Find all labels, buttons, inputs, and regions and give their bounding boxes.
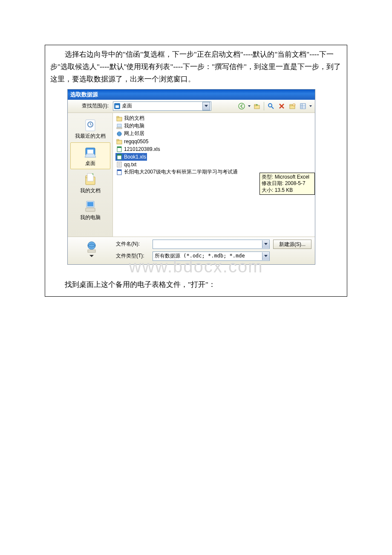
tooltip-size: 大小: 13.5 KB bbox=[262, 187, 313, 194]
paragraph-instruction: 选择右边向导中的"信函"复选框，下一步"正在启动文档"----默认的"当前文档"… bbox=[50, 49, 342, 86]
select-data-source-dialog: 选取数据源 查找范围(I): 桌面 bbox=[67, 89, 315, 265]
file-list[interactable]: 我的文档 我的电脑 网上邻居 regqq0505 bbox=[113, 113, 315, 237]
delete-button[interactable] bbox=[277, 101, 286, 111]
dropdown-arrow-icon[interactable] bbox=[262, 252, 269, 260]
file-doc-changyang[interactable]: 长阳电大2007级电大专科班第二学期学习与考试通 bbox=[115, 168, 239, 176]
place-recent[interactable]: 我最近的文档 bbox=[71, 116, 110, 142]
place-documents-label: 我的文档 bbox=[71, 187, 110, 194]
place-computer-label: 我的电脑 bbox=[71, 214, 110, 221]
svg-rect-30 bbox=[117, 127, 122, 129]
file-txt-qq[interactable]: qq.txt bbox=[115, 161, 137, 168]
svg-point-44 bbox=[88, 242, 95, 249]
svg-point-3 bbox=[268, 104, 272, 107]
svg-line-4 bbox=[271, 107, 274, 109]
svg-rect-43 bbox=[117, 170, 121, 171]
file-mycomputer[interactable]: 我的电脑 bbox=[115, 122, 145, 130]
svg-rect-8 bbox=[290, 104, 292, 106]
up-one-level-button[interactable] bbox=[252, 101, 262, 111]
filetype-combo[interactable]: 所有数据源 (*.odc; *.mdb; *.mde bbox=[153, 251, 270, 261]
dropdown-arrow-icon[interactable] bbox=[202, 102, 210, 110]
tooltip-type: 类型: Microsoft Excel bbox=[262, 174, 313, 181]
lookin-label: 查找范围(I): bbox=[70, 102, 110, 110]
file-label: 我的电脑 bbox=[124, 122, 144, 130]
views-button[interactable] bbox=[298, 101, 308, 111]
new-folder-button[interactable]: ★ bbox=[288, 101, 297, 111]
back-button[interactable] bbox=[237, 101, 246, 111]
svg-rect-35 bbox=[117, 147, 121, 148]
dialog-toolbar: 查找范围(I): 桌面 bbox=[68, 100, 315, 113]
file-folder-regqq[interactable]: regqq0505 bbox=[115, 138, 149, 145]
lookin-combo[interactable]: 桌面 bbox=[113, 101, 211, 111]
svg-rect-26 bbox=[86, 208, 95, 211]
places-bar: 我最近的文档 桌面 我的文档 我的电脑 bbox=[68, 113, 113, 237]
svg-rect-15 bbox=[86, 120, 95, 131]
place-documents[interactable]: 我的文档 bbox=[71, 170, 110, 196]
new-source-button[interactable]: 新建源(S)... bbox=[273, 240, 311, 249]
views-dropdown-icon[interactable] bbox=[309, 101, 312, 111]
document-frame: 选择右边向导中的"信函"复选框，下一步"正在启动文档"----默认的"当前文档"… bbox=[45, 45, 347, 297]
file-label: 我的文档 bbox=[124, 115, 144, 122]
file-label: 网上邻居 bbox=[124, 130, 144, 137]
place-desktop-label: 桌面 bbox=[71, 160, 110, 167]
tooltip-date: 修改日期: 2008-5-7 bbox=[262, 180, 313, 187]
place-computer[interactable]: 我的电脑 bbox=[71, 197, 110, 223]
place-network-bottom[interactable] bbox=[71, 240, 112, 261]
dialog-title: 选取数据源 bbox=[68, 90, 315, 100]
filetype-label: 文件类型(T): bbox=[116, 252, 149, 260]
svg-rect-29 bbox=[117, 124, 121, 127]
back-dropdown-icon[interactable] bbox=[248, 101, 251, 111]
svg-rect-23 bbox=[87, 173, 93, 181]
place-desktop[interactable]: 桌面 bbox=[70, 142, 110, 169]
file-label: regqq0505 bbox=[124, 139, 148, 145]
file-label: 长阳电大2007级电大专科班第二学期学习与考试通 bbox=[124, 168, 238, 176]
svg-rect-20 bbox=[87, 150, 93, 154]
svg-rect-45 bbox=[88, 250, 95, 252]
place-recent-label: 我最近的文档 bbox=[71, 133, 110, 140]
closing-text: 找到桌面上这个备用的电子表格文件，"打开"： bbox=[65, 280, 216, 289]
svg-rect-37 bbox=[117, 154, 121, 156]
svg-point-0 bbox=[239, 103, 245, 109]
filetype-value: 所有数据源 (*.odc; *.mdb; *.mde bbox=[153, 252, 247, 260]
file-xls-1[interactable]: 1210120389.xls bbox=[115, 145, 161, 153]
svg-rect-11 bbox=[300, 104, 306, 109]
svg-point-31 bbox=[117, 132, 121, 136]
file-mydocs[interactable]: 我的文档 bbox=[115, 115, 145, 122]
search-button[interactable] bbox=[266, 101, 276, 111]
file-tooltip: 类型: Microsoft Excel 修改日期: 2008-5-7 大小: 1… bbox=[259, 173, 315, 195]
filename-input[interactable] bbox=[153, 240, 270, 249]
file-label: 1210120389.xls bbox=[124, 146, 160, 152]
file-label: qq.txt bbox=[124, 162, 136, 168]
instruction-text: 选择右边向导中的"信函"复选框，下一步"正在启动文档"----默认的"当前文档"… bbox=[50, 50, 341, 83]
lookin-value: 桌面 bbox=[122, 102, 132, 110]
filename-label: 文件名(N): bbox=[116, 240, 149, 248]
svg-rect-25 bbox=[87, 202, 93, 206]
file-network[interactable]: 网上邻居 bbox=[115, 130, 145, 138]
svg-rect-33 bbox=[117, 139, 119, 141]
dropdown-arrow-icon[interactable] bbox=[262, 240, 269, 248]
file-xls-book1[interactable]: Book1.xls bbox=[115, 153, 147, 161]
desktop-icon bbox=[114, 103, 120, 109]
file-label: Book1.xls bbox=[124, 154, 146, 160]
svg-rect-28 bbox=[117, 116, 119, 118]
